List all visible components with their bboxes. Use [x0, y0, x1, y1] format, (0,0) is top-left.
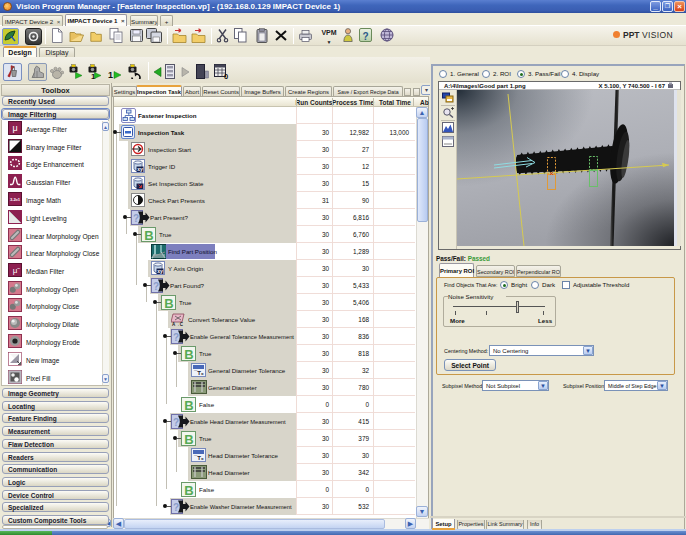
svg-text:1: 1: [108, 70, 113, 80]
svg-text:?: ?: [153, 281, 159, 292]
svg-text:B: B: [184, 398, 193, 413]
svg-text:A→C: A→C: [172, 322, 184, 327]
svg-text:B: B: [184, 483, 193, 498]
svg-text:?: ?: [173, 417, 179, 428]
svg-text:B: B: [164, 296, 173, 311]
svg-text:¯T₀: ¯T₀: [193, 455, 204, 461]
svg-text:?: ?: [173, 502, 179, 513]
svg-text:B: B: [184, 432, 193, 447]
svg-text:?: ?: [173, 332, 179, 343]
svg-text:0: 0: [224, 72, 228, 79]
svg-text:B: B: [184, 347, 193, 362]
svg-text:B: B: [144, 228, 153, 243]
svg-text:xy: xy: [137, 166, 143, 172]
svg-text:?: ?: [133, 213, 139, 224]
svg-text:xy: xy: [157, 268, 163, 274]
svg-text:¯T₀: ¯T₀: [193, 370, 204, 376]
